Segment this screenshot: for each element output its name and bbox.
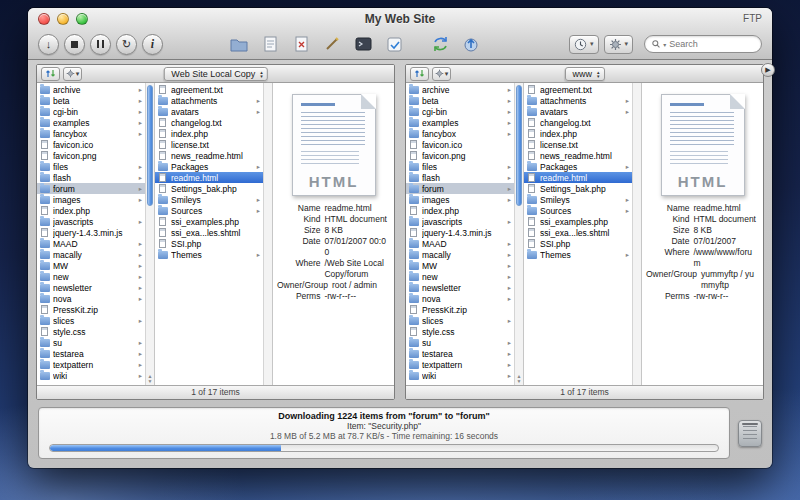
file-row[interactable]: index.php (155, 128, 263, 139)
file-row[interactable]: index.php (524, 128, 632, 139)
file-row[interactable]: favicon.png (406, 150, 514, 161)
delete-file-button[interactable] (288, 33, 314, 55)
file-row[interactable]: Sources▸ (524, 205, 632, 216)
file-row[interactable]: agreement.txt (155, 84, 263, 95)
scrollbar-thumb[interactable] (147, 85, 153, 206)
history-dropdown[interactable]: ▾ (569, 35, 599, 54)
file-row[interactable]: examples▸ (406, 117, 514, 128)
file-row[interactable]: avatars▸ (155, 106, 263, 117)
local-scrollbar-root[interactable]: ▲▼ (145, 83, 154, 385)
file-row[interactable]: su▸ (37, 337, 145, 348)
scrollbar-thumb[interactable] (516, 85, 522, 206)
edit-wand-button[interactable] (319, 33, 345, 55)
file-row[interactable]: newsletter▸ (37, 282, 145, 293)
file-row[interactable]: favicon.ico (406, 139, 514, 150)
local-scrollbar-forum[interactable] (263, 83, 272, 385)
file-row[interactable]: MW▸ (37, 260, 145, 271)
file-row[interactable]: Packages▸ (524, 161, 632, 172)
minimize-button[interactable] (57, 13, 69, 25)
file-row[interactable]: newsletter▸ (406, 282, 514, 293)
file-row[interactable]: license.txt (155, 139, 263, 150)
file-row[interactable]: PressKit.zip (406, 304, 514, 315)
file-row[interactable]: index.php (37, 205, 145, 216)
new-file-button[interactable] (257, 33, 283, 55)
file-row[interactable]: jquery-1.4.3.min.js (37, 227, 145, 238)
file-row[interactable]: Packages▸ (155, 161, 263, 172)
file-row[interactable]: news_readme.html (524, 150, 632, 161)
sync-mirror-button[interactable] (427, 33, 453, 55)
file-row[interactable]: jquery-1.4.3.min.js (406, 227, 514, 238)
actions-dropdown[interactable]: ▾ (604, 35, 634, 54)
file-row[interactable]: textpattern▸ (406, 359, 514, 370)
local-path-dropdown[interactable]: Web Site Local Copy ▴▾ (163, 67, 267, 81)
file-row[interactable]: javascripts▸ (37, 216, 145, 227)
file-row[interactable]: style.css (406, 326, 514, 337)
file-row[interactable]: favicon.png (37, 150, 145, 161)
refresh-button[interactable]: ↻ (116, 34, 137, 55)
file-row[interactable]: Smileys▸ (155, 194, 263, 205)
zoom-button[interactable] (76, 13, 88, 25)
file-row[interactable]: attachments▸ (155, 95, 263, 106)
file-row[interactable]: textpattern▸ (37, 359, 145, 370)
file-row[interactable]: MW▸ (406, 260, 514, 271)
file-row[interactable]: su▸ (406, 337, 514, 348)
file-row[interactable]: wiki▸ (37, 370, 145, 381)
file-row[interactable]: forum▸ (406, 183, 514, 194)
file-row[interactable]: files▸ (37, 161, 145, 172)
file-row[interactable]: changelog.txt (524, 117, 632, 128)
file-row[interactable]: fancybox▸ (406, 128, 514, 139)
search-input[interactable] (669, 39, 754, 49)
close-button[interactable] (38, 13, 50, 25)
file-row[interactable]: Smileys▸ (524, 194, 632, 205)
scrollbar-arrows-icon[interactable]: ▲▼ (146, 374, 154, 384)
file-row[interactable]: images▸ (37, 194, 145, 205)
scrollbar-arrows-icon[interactable]: ▲▼ (515, 374, 523, 384)
file-row[interactable]: beta▸ (406, 95, 514, 106)
file-row[interactable]: SSI.php (524, 238, 632, 249)
download-button[interactable]: ↓ (38, 34, 59, 55)
file-row[interactable]: files▸ (406, 161, 514, 172)
file-row[interactable]: Themes▸ (524, 249, 632, 260)
file-row[interactable]: slices▸ (37, 315, 145, 326)
file-row[interactable]: Settings_bak.php (524, 183, 632, 194)
checklist-button[interactable] (381, 33, 407, 55)
file-row[interactable]: ssi_examples.php (524, 216, 632, 227)
file-row[interactable]: examples▸ (37, 117, 145, 128)
file-row[interactable]: favicon.ico (37, 139, 145, 150)
file-row[interactable]: PressKit.zip (37, 304, 145, 315)
file-row[interactable]: new▸ (406, 271, 514, 282)
file-row[interactable]: readme.html (524, 172, 632, 183)
stop-button[interactable] (64, 34, 85, 55)
file-row[interactable]: cgi-bin▸ (406, 106, 514, 117)
file-row[interactable]: license.txt (524, 139, 632, 150)
file-row[interactable]: avatars▸ (524, 106, 632, 117)
local-action-menu-button[interactable]: ▾ (63, 67, 82, 81)
sync-upload-button[interactable] (458, 33, 484, 55)
file-row[interactable]: agreement.txt (524, 84, 632, 95)
remote-transfer-direction-button[interactable] (410, 67, 429, 81)
file-row[interactable]: attachments▸ (524, 95, 632, 106)
file-row[interactable]: cgi-bin▸ (37, 106, 145, 117)
file-row[interactable]: style.css (37, 326, 145, 337)
file-row[interactable]: ssi_exa...les.shtml (155, 227, 263, 238)
file-row[interactable]: archive▸ (37, 84, 145, 95)
titlebar[interactable]: My Web Site FTP (28, 8, 772, 29)
remote-scrollbar-forum[interactable] (632, 83, 641, 385)
file-row[interactable]: MAAD▸ (406, 238, 514, 249)
file-row[interactable]: ssi_examples.php (155, 216, 263, 227)
remote-path-dropdown[interactable]: www ▴▾ (564, 67, 604, 81)
remote-scrollbar-root[interactable]: ▲▼ (514, 83, 523, 385)
file-row[interactable]: javascripts▸ (406, 216, 514, 227)
file-row[interactable]: fancybox▸ (37, 128, 145, 139)
file-row[interactable]: MAAD▸ (37, 238, 145, 249)
remote-action-menu-button[interactable]: ▾ (432, 67, 451, 81)
file-row[interactable]: beta▸ (37, 95, 145, 106)
file-row[interactable]: flash▸ (406, 172, 514, 183)
file-row[interactable]: wiki▸ (406, 370, 514, 381)
file-row[interactable]: slices▸ (406, 315, 514, 326)
file-row[interactable]: Settings_bak.php (155, 183, 263, 194)
file-row[interactable]: images▸ (406, 194, 514, 205)
file-row[interactable]: nova▸ (37, 293, 145, 304)
file-row[interactable]: SSI.php (155, 238, 263, 249)
go-button[interactable]: ▶ (761, 63, 775, 77)
